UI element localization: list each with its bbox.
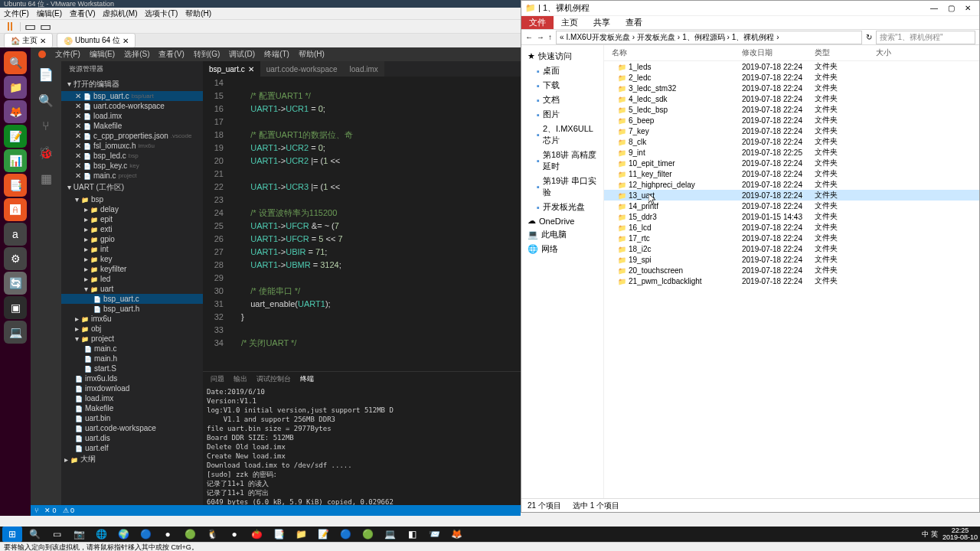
ribbon-tab[interactable]: 主页: [554, 16, 586, 29]
taskbar-app-icon[interactable]: 📝: [313, 527, 333, 542]
folder-row[interactable]: 17_rtc2019-07-18 22:24文件夹: [604, 233, 979, 243]
taskbar-app-icon[interactable]: 🔵: [335, 527, 355, 542]
open-editor-item[interactable]: ✕bsp_uart.c bsp/uart: [61, 91, 203, 101]
taskbar-app-icon[interactable]: 🟢: [180, 527, 200, 542]
folder-row[interactable]: 2_ledc2019-07-18 22:24文件夹: [604, 72, 979, 83]
tree-folder[interactable]: ▸ epit: [61, 214, 203, 224]
tree-file[interactable]: load.imx: [61, 393, 203, 403]
vscode-menu-item[interactable]: 编辑(E): [90, 49, 115, 60]
taskbar-app-icon[interactable]: 🍅: [247, 527, 266, 542]
tree-folder[interactable]: ▾ bsp: [61, 194, 203, 204]
ribbon-tab[interactable]: 共享: [586, 16, 618, 29]
terminal-tab[interactable]: 终端: [300, 374, 314, 384]
tree-folder[interactable]: ▸ gpio: [61, 234, 203, 244]
nav-pane-item[interactable]: ▪第18讲 高精度延时: [521, 148, 603, 174]
menu-item[interactable]: 帮助(H): [185, 8, 211, 19]
vm-tab[interactable]: 🏠主页✕: [4, 33, 53, 48]
back-button[interactable]: ←: [525, 33, 533, 41]
menu-item[interactable]: 文件(F): [4, 8, 29, 19]
open-editor-item[interactable]: ✕c_cpp_properties.json .vscode: [61, 131, 203, 141]
launcher-app-icon[interactable]: 🔍: [4, 51, 27, 74]
tree-file[interactable]: main.c: [61, 344, 203, 354]
menu-item[interactable]: 选项卡(T): [145, 8, 178, 19]
column-size[interactable]: 大小: [876, 47, 922, 58]
nav-pane-group[interactable]: ★快速访问: [521, 49, 603, 64]
open-editor-item[interactable]: ✕fsl_iomuxc.h imx6u: [61, 141, 203, 151]
terminal-tab[interactable]: 输出: [234, 374, 247, 384]
taskbar-app-icon[interactable]: ◧: [402, 527, 422, 542]
tree-file[interactable]: Makefile: [61, 403, 203, 413]
editor-tab[interactable]: uart.code-workspace: [260, 61, 344, 77]
extensions-icon[interactable]: ▦: [37, 169, 55, 187]
tree-folder[interactable]: ▸ int: [61, 244, 203, 254]
tree-file[interactable]: uart.code-workspace: [61, 423, 203, 433]
launcher-app-icon[interactable]: 🔄: [4, 272, 27, 295]
menu-item[interactable]: 虚拟机(M): [103, 8, 137, 19]
folder-row[interactable]: 19_spi2019-07-18 22:24文件夹: [604, 254, 979, 265]
folder-row[interactable]: 14_printf2019-07-18 22:24文件夹: [604, 201, 979, 211]
taskbar-app-icon[interactable]: 📨: [424, 527, 444, 542]
editor-tab[interactable]: load.imx: [344, 61, 384, 77]
folder-row[interactable]: 1_leds2019-07-18 22:24文件夹: [604, 61, 979, 72]
open-editor-item[interactable]: ✕main.c project: [61, 171, 203, 181]
status-branch[interactable]: ⑂: [34, 507, 38, 514]
folder-row[interactable]: 5_ledc_bsp2019-07-18 22:24文件夹: [604, 104, 979, 115]
breadcrumb-segment[interactable]: 开发板光盘 ›: [637, 32, 680, 43]
launcher-app-icon[interactable]: 📊: [4, 149, 27, 172]
launcher-app-icon[interactable]: 📝: [4, 125, 27, 148]
search-icon[interactable]: 🔍: [37, 91, 55, 109]
vscode-menu-item[interactable]: 文件(F): [55, 49, 80, 60]
nav-pane-item[interactable]: ▪下载: [521, 78, 603, 93]
folder-row[interactable]: 9_int2019-07-18 22:25文件夹: [604, 147, 979, 158]
search-icon[interactable]: 🔍: [24, 527, 44, 542]
open-editors-section[interactable]: ▾ 打开的编辑器: [61, 77, 203, 91]
folder-row[interactable]: 21_pwm_lcdbacklight2019-07-18 22:24文件夹: [604, 276, 979, 286]
folder-row[interactable]: 10_epit_timer2019-07-18 22:24文件夹: [604, 158, 979, 168]
taskbar-app-icon[interactable]: 💻: [380, 527, 400, 542]
taskbar-app-icon[interactable]: 📁: [291, 527, 311, 542]
folder-row[interactable]: 4_ledc_sdk2019-07-18 22:24文件夹: [604, 93, 979, 104]
folder-row[interactable]: 12_highpreci_delay2019-07-18 22:24文件夹: [604, 179, 979, 190]
folder-row[interactable]: 6_beep2019-07-18 22:24文件夹: [604, 115, 979, 126]
nav-pane-group[interactable]: 💻此电脑: [521, 227, 603, 242]
maximize-button[interactable]: ▢: [943, 3, 959, 14]
nav-pane-item[interactable]: ▪开发板光盘: [521, 200, 603, 214]
taskbar-app-icon[interactable]: 🌍: [113, 527, 133, 542]
launcher-app-icon[interactable]: 🦊: [4, 100, 27, 123]
taskbar-app-icon[interactable]: 📷: [69, 527, 89, 542]
nav-pane-item[interactable]: ▪图片: [521, 107, 603, 122]
tree-file[interactable]: uart.dis: [61, 433, 203, 443]
launcher-app-icon[interactable]: 📑: [4, 174, 27, 197]
task-view-icon[interactable]: ▭: [47, 527, 67, 542]
folder-row[interactable]: 13_uart2019-07-18 22:24文件夹: [604, 190, 979, 201]
nav-pane-item[interactable]: ▪文档: [521, 93, 603, 107]
menu-item[interactable]: 编辑(E): [37, 8, 62, 19]
taskbar-app-icon[interactable]: 🔵: [136, 527, 155, 542]
open-editor-item[interactable]: ✕bsp_key.c key: [61, 161, 203, 171]
tree-file[interactable]: uart.elf: [61, 443, 203, 453]
tree-folder[interactable]: ▾ uart: [61, 284, 203, 294]
folder-row[interactable]: 8_clk2019-07-18 22:24文件夹: [604, 136, 979, 147]
column-type[interactable]: 类型: [815, 47, 876, 58]
breadcrumb-segment[interactable]: 1、裸机例程 ›: [732, 32, 779, 43]
vscode-menu-item[interactable]: 调试(D): [229, 49, 255, 60]
close-icon[interactable]: [38, 51, 46, 58]
tree-file[interactable]: imx6u.lds: [61, 373, 203, 383]
breadcrumb[interactable]: «I.MX6U开发板光盘 › 开发板光盘 › 1、例程源码 › 1、裸机例程 ›: [556, 31, 862, 44]
tree-file[interactable]: bsp_uart.h: [61, 304, 203, 314]
folder-row[interactable]: 11_key_filter2019-07-18 22:24文件夹: [604, 168, 979, 179]
taskbar-app-icon[interactable]: 🌐: [91, 527, 111, 542]
code-editor[interactable]: 1415161718192021222324252627282930313233…: [203, 77, 521, 371]
refresh-icon[interactable]: ↻: [866, 33, 872, 41]
tree-folder[interactable]: ▸ imx6u: [61, 314, 203, 324]
folder-row[interactable]: 18_i2c2019-07-18 22:24文件夹: [604, 243, 979, 254]
vscode-menu-item[interactable]: 帮助(H): [299, 49, 325, 60]
taskbar-app-icon[interactable]: 📑: [269, 527, 289, 542]
terminal-tab[interactable]: 调试控制台: [256, 374, 291, 384]
ribbon-tab[interactable]: 文件: [521, 16, 554, 29]
tree-folder[interactable]: ▸ delay: [61, 204, 203, 214]
folder-row[interactable]: 20_touchscreen2019-07-18 22:24文件夹: [604, 265, 979, 276]
start-button[interactable]: ⊞: [2, 527, 22, 542]
open-editor-item[interactable]: ✕load.imx: [61, 111, 203, 121]
debug-icon[interactable]: 🐞: [37, 143, 55, 161]
